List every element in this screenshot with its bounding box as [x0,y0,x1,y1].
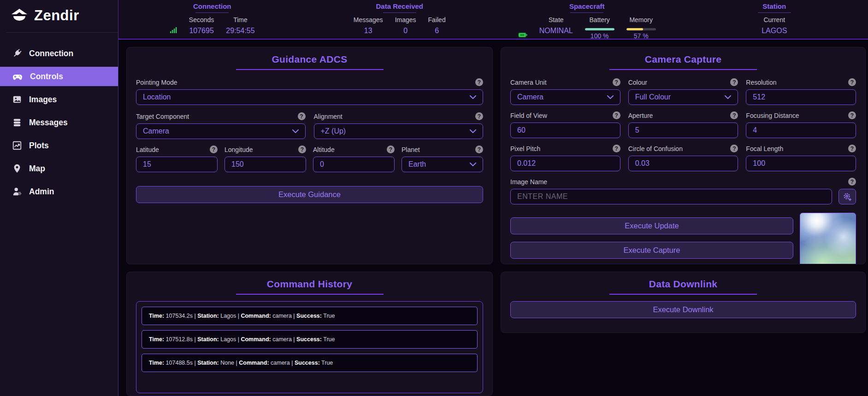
gear-plus-icon [842,192,852,202]
stat-label: Failed [428,16,446,23]
help-icon[interactable]: ? [475,78,483,86]
stat-label: Images [395,16,416,23]
focal-length-input[interactable] [746,156,856,171]
help-icon[interactable]: ? [848,178,856,186]
planet-value: Earth [408,160,426,169]
command-entry: Time: 107512.8s | Station: Lagos | Comma… [142,330,478,349]
battery-icon [518,32,527,38]
camera-capture-panel: Camera Capture Camera Unit ? Camera [501,47,866,264]
image-name-input[interactable] [510,189,832,204]
chevron-down-icon [470,163,476,166]
colour-value: Full Colour [635,93,671,101]
execute-guidance-button[interactable]: Execute Guidance [136,186,483,203]
stat-label: Time [233,16,248,23]
pointing-mode-select[interactable]: Location [136,89,483,105]
map-pin-icon [12,163,22,174]
stat-images: Images 0 [395,16,416,35]
brand-logo: Zendir [0,0,118,29]
panel-title: Guidance ADCS [136,54,483,65]
panel-title-underline [609,294,757,295]
sidebar-item-connection[interactable]: Connection [0,44,118,63]
target-component-value: Camera [143,127,169,135]
memory-bar-fill [626,28,643,30]
circle-of-confusion-label: Circle of Confusion [628,145,683,152]
execute-update-button[interactable]: Execute Update [510,217,793,234]
status-section-station: Station Current LAGOS [681,0,868,39]
section-title: Connection [193,2,231,10]
command-history-list: Time: 107534.2s | Station: Lagos | Comma… [136,301,483,393]
alignment-select[interactable]: +Z (Up) [314,123,484,139]
aperture-label: Aperture [628,112,653,119]
sidebar-item-messages[interactable]: Messages [0,113,118,132]
resolution-input[interactable] [746,89,856,105]
pointing-mode-value: Location [143,93,171,101]
help-icon[interactable]: ? [730,145,738,152]
stat-label: Memory [629,16,653,23]
stat-value: 29:54:55 [226,27,254,35]
stat-value: LAGOS [762,27,787,35]
circle-of-confusion-input[interactable] [628,156,738,171]
status-section-data-received: Data Received Messages 13 Images 0 Faile… [306,0,494,39]
pixel-pitch-input[interactable] [510,156,620,171]
sidebar-item-label: Map [29,164,45,174]
help-icon[interactable]: ? [730,78,738,86]
stat-current-station: Current LAGOS [762,16,787,35]
admin-user-icon [12,186,22,197]
altitude-input[interactable] [313,157,395,172]
aperture-input[interactable] [628,122,738,138]
help-icon[interactable]: ? [387,146,395,153]
planet-select[interactable]: Earth [402,157,483,172]
help-icon[interactable]: ? [475,146,483,153]
panel-title-underline [609,69,757,70]
target-component-select[interactable]: Camera [136,123,306,139]
sidebar-item-label: Messages [29,118,68,128]
camera-unit-select[interactable]: Camera [510,89,620,105]
guidance-adcs-panel: Guidance ADCS Pointing Mode ? Location T… [126,47,493,264]
help-icon[interactable]: ? [210,146,218,153]
pointing-mode-label: Pointing Mode [136,79,177,86]
stat-time: Time 29:54:55 [226,16,254,35]
stat-seconds: Seconds 107695 [189,16,214,35]
stat-label: State [549,16,564,23]
chevron-down-icon [607,95,614,99]
sidebar-item-map[interactable]: Map [0,159,118,178]
longitude-label: Longitude [224,146,253,153]
latitude-input[interactable] [136,157,218,172]
help-icon[interactable]: ? [475,112,483,120]
focal-length-label: Focal Length [746,145,783,152]
chevron-down-icon [470,129,476,133]
section-title-underline [570,12,603,13]
help-icon[interactable]: ? [298,146,306,153]
execute-capture-button[interactable]: Execute Capture [510,242,793,259]
focusing-distance-input[interactable] [746,122,856,138]
planet-label: Planet [402,146,420,153]
stat-failed: Failed 6 [428,16,446,35]
sidebar-item-admin[interactable]: Admin [0,182,118,201]
help-icon[interactable]: ? [613,145,620,152]
stat-state: State NOMINAL [539,16,573,35]
capture-settings-button[interactable] [838,189,856,204]
section-title: Spacecraft [569,2,605,10]
section-title: Data Received [376,2,423,10]
help-icon[interactable]: ? [848,111,856,119]
help-icon[interactable]: ? [613,111,620,119]
execute-downlink-button[interactable]: Execute Downlink [510,301,856,318]
sidebar-item-plots[interactable]: Plots [0,136,118,155]
help-icon[interactable]: ? [730,111,738,119]
battery-bar-fill [585,28,614,30]
stat-value: 107695 [189,27,213,35]
help-icon[interactable]: ? [848,78,856,86]
help-icon[interactable]: ? [298,112,306,120]
sidebar-item-controls[interactable]: Controls [0,67,118,86]
alignment-label: Alignment [314,113,342,120]
target-component-label: Target Component [136,113,189,120]
sidebar-item-images[interactable]: Images [0,90,118,109]
longitude-input[interactable] [224,157,306,172]
camera-unit-value: Camera [517,93,543,101]
panel-title: Camera Capture [510,54,856,65]
help-icon[interactable]: ? [613,78,620,86]
help-icon[interactable]: ? [848,145,856,152]
status-section-spacecraft: Spacecraft State NOMINAL Battery 100 % [493,0,681,39]
colour-select[interactable]: Full Colour [628,89,738,105]
field-of-view-input[interactable] [510,122,620,138]
